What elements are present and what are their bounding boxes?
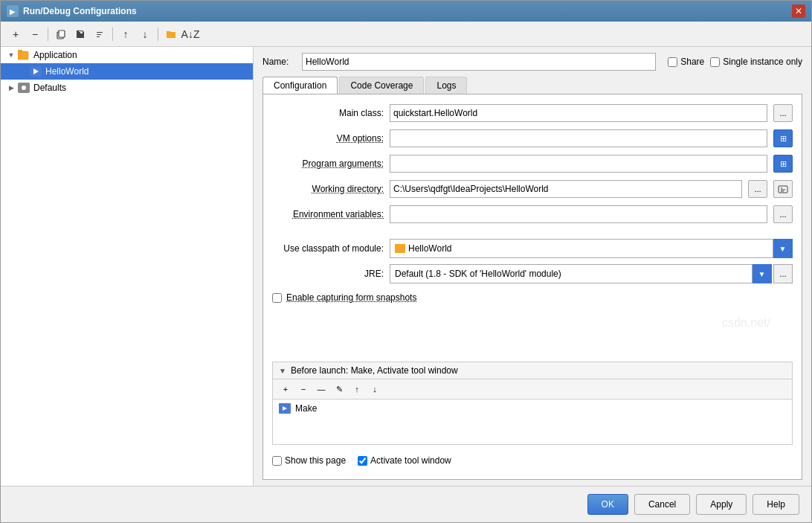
jre-dropdown[interactable]: Default (1.8 - SDK of 'HelloWorld' modul… bbox=[390, 264, 753, 283]
vm-options-expand-button[interactable]: ⊞ bbox=[773, 129, 793, 147]
working-dir-input[interactable] bbox=[390, 180, 742, 198]
show-page-label[interactable]: Show this page bbox=[272, 455, 346, 466]
main-class-input[interactable] bbox=[390, 104, 767, 122]
tree-item-helloworld[interactable]: HelloWorld bbox=[1, 63, 253, 80]
main-class-browse-button[interactable]: ... bbox=[773, 104, 793, 122]
expander-application: ▼ bbox=[5, 49, 17, 61]
classpath-dropdown[interactable]: HelloWorld bbox=[390, 239, 773, 258]
env-vars-input[interactable] bbox=[390, 205, 767, 223]
bl-add-button[interactable]: + bbox=[277, 382, 294, 397]
ok-button[interactable]: OK bbox=[587, 494, 628, 515]
expander-defaults: ▶ bbox=[5, 82, 17, 94]
jre-row: JRE: Default (1.8 - SDK of 'HelloWorld' … bbox=[272, 264, 793, 283]
bl-up-button[interactable]: ↑ bbox=[349, 382, 365, 397]
help-button[interactable]: Help bbox=[753, 494, 799, 515]
close-button[interactable]: ✕ bbox=[792, 4, 805, 18]
main-class-label: Main class: bbox=[272, 108, 384, 118]
activate-window-label[interactable]: Activate tool window bbox=[358, 455, 451, 466]
tab-logs[interactable]: Logs bbox=[425, 77, 467, 94]
program-args-label: Program arguments: bbox=[272, 158, 384, 169]
expander-helloworld bbox=[5, 65, 17, 77]
before-launch-section: ▼ Before launch: Make, Activate tool win… bbox=[272, 362, 793, 445]
tab-configuration[interactable]: Configuration bbox=[262, 77, 338, 94]
save-config-button[interactable] bbox=[71, 25, 89, 43]
title-bar: ▶ Run/Debug Configurations ✕ bbox=[1, 1, 811, 22]
jre-arrow-button[interactable]: ▼ bbox=[753, 264, 772, 283]
share-checkbox-label[interactable]: Share bbox=[668, 57, 704, 67]
before-launch-list: Make bbox=[273, 400, 792, 444]
enable-snapshots-label[interactable]: Enable capturing form snapshots bbox=[286, 292, 416, 303]
svg-rect-2 bbox=[18, 51, 28, 60]
single-instance-checkbox-label[interactable]: Single instance only bbox=[710, 57, 802, 67]
spacer bbox=[272, 230, 793, 233]
name-label: Name: bbox=[262, 57, 296, 67]
make-icon bbox=[279, 403, 291, 414]
tab-content-configuration: Main class: ... VM options: ⊞ Program ar… bbox=[262, 94, 802, 480]
main-class-row: Main class: ... bbox=[272, 103, 793, 123]
env-vars-label: Environment variables: bbox=[272, 209, 384, 219]
right-panel: Name: Share Single instance only Confi bbox=[254, 47, 811, 486]
before-launch-header[interactable]: ▼ Before launch: Make, Activate tool win… bbox=[273, 362, 792, 379]
bl-edit-button[interactable]: ✎ bbox=[331, 382, 347, 397]
add-config-button[interactable]: + bbox=[7, 25, 25, 43]
left-tree-panel: ▼ Application bbox=[1, 47, 254, 486]
cancel-button[interactable]: Cancel bbox=[634, 494, 690, 515]
tree-item-application[interactable]: ▼ Application bbox=[1, 47, 253, 63]
header-checkboxes: Share Single instance only bbox=[668, 57, 802, 67]
before-launch-title: Before launch: Make, Activate tool windo… bbox=[291, 365, 458, 376]
apply-button[interactable]: Apply bbox=[696, 494, 747, 515]
before-launch-arrow: ▼ bbox=[279, 367, 286, 375]
bl-item-make[interactable]: Make bbox=[274, 401, 790, 416]
tabs: Configuration Code Coverage Logs bbox=[262, 77, 802, 94]
tree-label-application: Application bbox=[33, 50, 77, 60]
sort-az-button[interactable]: A↓Z bbox=[181, 25, 199, 43]
jre-value: Default (1.8 - SDK of 'HelloWorld' modul… bbox=[395, 269, 561, 279]
bl-item-make-label: Make bbox=[295, 403, 317, 414]
classpath-arrow-button[interactable]: ▼ bbox=[773, 239, 793, 258]
single-instance-checkbox[interactable] bbox=[710, 57, 720, 67]
working-dir-row: Working directory: ... bbox=[272, 179, 793, 199]
tree-item-defaults[interactable]: ▶ Defaults bbox=[1, 80, 253, 96]
vm-options-row: VM options: ⊞ bbox=[272, 129, 793, 148]
jre-more-button[interactable]: ... bbox=[773, 264, 793, 283]
program-args-input[interactable] bbox=[390, 155, 767, 173]
enable-snapshots-checkbox[interactable] bbox=[272, 293, 282, 303]
run-debug-configurations-dialog: ▶ Run/Debug Configurations ✕ + − ↑ ↓ A↓Z bbox=[0, 0, 812, 523]
show-page-checkbox[interactable] bbox=[272, 456, 282, 466]
share-checkbox[interactable] bbox=[668, 57, 677, 67]
svg-rect-3 bbox=[18, 50, 22, 52]
env-vars-browse-button[interactable]: ... bbox=[773, 205, 793, 223]
svg-marker-9 bbox=[283, 406, 287, 411]
remove-config-button[interactable]: − bbox=[26, 25, 44, 43]
bottom-checkboxes: Show this page Activate tool window bbox=[272, 451, 793, 470]
move-up-button[interactable]: ↑ bbox=[117, 25, 135, 43]
application-folder-icon bbox=[17, 49, 30, 61]
helloworld-run-icon bbox=[29, 65, 42, 77]
classpath-dropdown-wrap: HelloWorld ▼ bbox=[390, 239, 793, 258]
folder-button[interactable] bbox=[162, 25, 180, 43]
program-args-expand-button[interactable]: ⊞ bbox=[773, 155, 793, 173]
separator-1 bbox=[48, 28, 48, 41]
jre-wrap: Default (1.8 - SDK of 'HelloWorld' modul… bbox=[390, 264, 793, 283]
move-down-button[interactable]: ↓ bbox=[136, 25, 154, 43]
before-launch-toolbar: + − — ✎ ↑ ↓ bbox=[273, 379, 792, 400]
activate-window-checkbox[interactable] bbox=[358, 456, 367, 466]
sort-config-button[interactable] bbox=[91, 25, 109, 43]
svg-rect-1 bbox=[59, 31, 65, 37]
enable-snapshots-row: Enable capturing form snapshots bbox=[272, 292, 793, 303]
svg-point-7 bbox=[22, 86, 26, 90]
bl-remove-button[interactable]: − bbox=[295, 382, 312, 397]
vm-options-input[interactable] bbox=[390, 129, 767, 147]
working-dir-browse-button[interactable]: ... bbox=[748, 180, 767, 198]
title-bar-left: ▶ Run/Debug Configurations bbox=[7, 5, 137, 17]
name-row: Name: Share Single instance only bbox=[262, 53, 802, 71]
tab-code-coverage[interactable]: Code Coverage bbox=[339, 77, 424, 94]
name-input[interactable] bbox=[302, 53, 656, 71]
separator-2 bbox=[112, 28, 113, 41]
working-dir-vars-button[interactable] bbox=[773, 180, 793, 198]
main-content: ▼ Application bbox=[1, 47, 811, 486]
single-instance-label: Single instance only bbox=[723, 57, 802, 67]
copy-config-button[interactable] bbox=[52, 25, 70, 43]
bl-down-button[interactable]: ↓ bbox=[367, 382, 383, 397]
program-args-row: Program arguments: ⊞ bbox=[272, 154, 793, 173]
